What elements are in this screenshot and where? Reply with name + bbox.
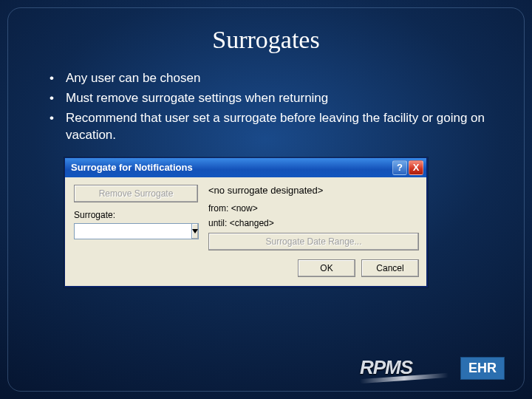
help-button[interactable]: ? <box>392 160 407 175</box>
surrogate-combobox[interactable] <box>74 223 198 239</box>
surrogate-status-text: <no surrogate designated> <box>208 185 419 196</box>
bullet-item: Recommend that user set a surrogate befo… <box>50 110 502 144</box>
close-button[interactable]: X <box>409 160 423 175</box>
dialog-wrap: Surrogate for Notifications ? X Remove S… <box>64 157 502 287</box>
cancel-button[interactable]: Cancel <box>361 259 419 277</box>
dialog-body: Remove Surrogate Surrogate: <no surrogat… <box>65 177 426 259</box>
surrogate-input[interactable] <box>74 223 191 239</box>
bullet-item: Any user can be chosen <box>50 70 502 87</box>
until-value: <changed> <box>230 218 274 228</box>
branding-area: RPMS EHR <box>360 356 505 381</box>
slide-title: Surrogates <box>30 26 502 54</box>
chevron-down-icon <box>192 229 198 233</box>
dialog-left-column: Remove Surrogate Surrogate: <box>74 185 198 250</box>
from-row: from: <now> <box>208 203 419 214</box>
surrogate-dialog: Surrogate for Notifications ? X Remove S… <box>64 157 428 287</box>
ok-button[interactable]: OK <box>298 259 355 277</box>
slide-frame: Surrogates Any user can be chosen Must r… <box>7 7 525 392</box>
bullet-item: Must remove surrogate settings when retu… <box>50 90 502 107</box>
from-label: from: <box>208 203 228 214</box>
rpms-logo: RPMS <box>360 356 449 381</box>
svg-marker-0 <box>192 229 198 233</box>
from-value: <now> <box>231 203 258 214</box>
close-icon: X <box>413 162 420 173</box>
dialog-titlebar[interactable]: Surrogate for Notifications ? X <box>65 158 426 177</box>
until-label: until: <box>208 218 227 228</box>
dialog-button-row: OK Cancel <box>65 259 426 286</box>
dialog-title: Surrogate for Notifications <box>71 162 391 173</box>
help-icon: ? <box>397 162 403 173</box>
dialog-right-column: <no surrogate designated> from: <now> un… <box>198 185 419 250</box>
bullet-list: Any user can be chosen Must remove surro… <box>30 70 502 144</box>
ehr-badge: EHR <box>460 357 505 380</box>
remove-surrogate-button[interactable]: Remove Surrogate <box>74 185 198 202</box>
date-range-button[interactable]: Surrogate Date Range... <box>208 233 419 250</box>
surrogate-field-label: Surrogate: <box>74 210 198 220</box>
until-row: until: <changed> <box>208 218 419 228</box>
